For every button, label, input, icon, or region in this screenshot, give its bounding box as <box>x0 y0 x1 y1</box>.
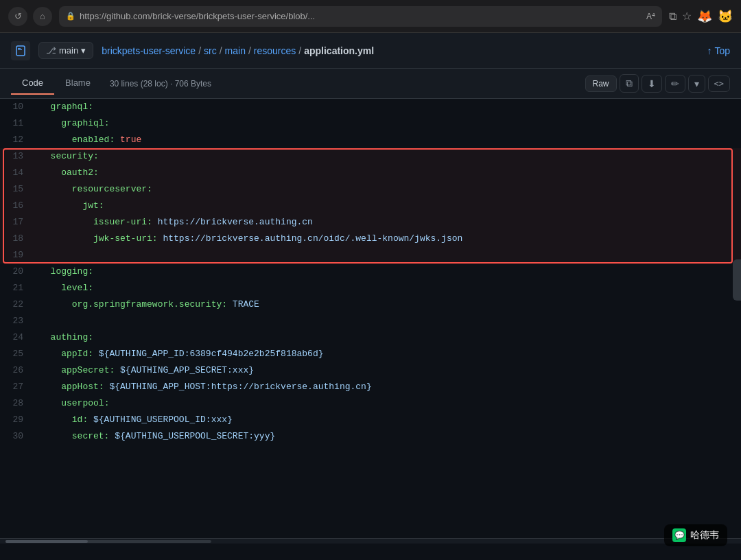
tab-blame[interactable]: Blame <box>54 72 102 95</box>
code-line: 23 <box>0 313 741 329</box>
code-container: 10 graphql:11 graphiql:12 enabled: true1… <box>0 99 741 538</box>
breadcrumb-main[interactable]: main <box>225 45 246 56</box>
breadcrumb-sep4: / <box>298 45 301 56</box>
code-line: 17 issuer-uri: https://brickverse.authin… <box>0 214 741 231</box>
scrollbar-thumb[interactable] <box>5 540 88 543</box>
line-code: appHost: ${AUTHING_APP_HOST:https://bric… <box>34 379 741 395</box>
line-number: 14 <box>0 165 34 181</box>
wechat-icon: 💬 <box>672 528 686 542</box>
line-code: security: <box>34 148 741 165</box>
code-line: 28 userpool: <box>0 395 741 412</box>
code-line: 14 oauth2: <box>0 165 741 181</box>
branch-selector[interactable]: ⎇ main ▾ <box>38 42 93 59</box>
line-number: 27 <box>0 379 34 395</box>
line-number: 10 <box>0 99 34 115</box>
line-code: id: ${AUTHING_USERPOOL_ID:xxx} <box>34 412 741 428</box>
browser-chrome: ↺ ⌂ 🔒 https://github.com/brick-verse/bri… <box>0 0 741 33</box>
reload-button[interactable]: ↺ <box>8 7 27 26</box>
code-line: 11 graphiql: <box>0 115 741 132</box>
browser-controls: ↺ ⌂ <box>8 7 52 26</box>
split-icon[interactable]: ⧉ <box>669 10 677 23</box>
line-code: org.springframework.security: TRACE <box>34 296 741 313</box>
breadcrumb: brickpets-user-service / src / main / re… <box>102 45 698 56</box>
code-line: 19 <box>0 247 741 264</box>
scrollbar-track[interactable] <box>5 540 211 543</box>
embed-icon: <> <box>714 79 724 89</box>
reader-icon: A⁴ <box>646 12 655 21</box>
tab-code[interactable]: Code <box>11 72 54 95</box>
line-code: issuer-uri: https://brickverse.authing.c… <box>34 214 741 231</box>
extension-fox-icon[interactable]: 🦊 <box>697 9 712 24</box>
branch-icon: ⎇ <box>46 45 56 56</box>
line-code: jwt: <box>34 198 741 214</box>
line-number: 23 <box>0 313 34 329</box>
code-line: 30 secret: ${AUTHING_USERPOOL_SECRET:yyy… <box>0 428 741 445</box>
line-code: jwk-set-uri: https://brickverse.authing.… <box>34 231 741 247</box>
code-line: 24 authing: <box>0 329 741 346</box>
code-toolbar: Code Blame 30 lines (28 loc) · 706 Bytes… <box>0 69 741 99</box>
breadcrumb-resources[interactable]: resources <box>254 45 296 56</box>
code-line: 18 jwk-set-uri: https://brickverse.authi… <box>0 231 741 247</box>
repo-icon[interactable] <box>11 41 30 60</box>
line-code: oauth2: <box>34 165 741 181</box>
url-text: https://github.com/brick-verse/brickpets… <box>80 11 315 21</box>
line-number: 22 <box>0 296 34 313</box>
download-icon: ⬇ <box>648 78 656 89</box>
wechat-label: 哈德韦 <box>690 529 719 541</box>
line-number: 25 <box>0 346 34 362</box>
line-code: userpool: <box>34 395 741 412</box>
breadcrumb-src[interactable]: src <box>204 45 217 56</box>
line-code: graphiql: <box>34 115 741 132</box>
edit-icon: ✏ <box>671 78 679 89</box>
download-button[interactable]: ⬇ <box>642 75 662 93</box>
line-number: 26 <box>0 362 34 379</box>
code-line: 16 jwt: <box>0 198 741 214</box>
browser-right-icons: ⧉ ☆ 🦊 🐱 <box>669 9 733 24</box>
extension-cat-icon[interactable]: 🐱 <box>718 9 733 24</box>
home-button[interactable]: ⌂ <box>33 7 52 26</box>
line-number: 29 <box>0 412 34 428</box>
raw-button[interactable]: Raw <box>585 75 617 92</box>
code-line: 10 graphql: <box>0 99 741 115</box>
toolbar-right: Raw ⧉ ⬇ ✏ ▾ <> <box>585 74 730 93</box>
top-link[interactable]: ↑ Top <box>707 45 730 56</box>
copy-button[interactable]: ⧉ <box>620 74 639 93</box>
line-number: 21 <box>0 280 34 296</box>
line-code: resourceserver: <box>34 181 741 198</box>
line-number: 13 <box>0 148 34 165</box>
code-line: 27 appHost: ${AUTHING_APP_HOST:https://b… <box>0 379 741 395</box>
code-line: 29 id: ${AUTHING_USERPOOL_ID:xxx} <box>0 412 741 428</box>
line-code: appSecret: ${AUTHING_APP_SECRET:xxx} <box>34 362 741 379</box>
branch-name: main <box>59 45 78 56</box>
edit-button[interactable]: ✏ <box>665 75 685 93</box>
code-line: 25 appId: ${AUTHING_APP_ID:6389cf494b2e2… <box>0 346 741 362</box>
line-number: 24 <box>0 329 34 346</box>
line-number: 12 <box>0 132 34 148</box>
line-code: level: <box>34 280 741 296</box>
copy-icon: ⧉ <box>626 78 633 89</box>
code-line: 20 logging: <box>0 264 741 280</box>
embed-button[interactable]: <> <box>708 75 730 92</box>
right-scrollbar[interactable] <box>733 259 741 301</box>
line-number: 19 <box>0 247 34 264</box>
scroll-area[interactable] <box>0 538 741 544</box>
breadcrumb-sep1: / <box>198 45 201 56</box>
address-bar[interactable]: 🔒 https://github.com/brick-verse/brickpe… <box>59 6 662 27</box>
line-code: graphql: <box>34 99 741 115</box>
star-icon[interactable]: ☆ <box>682 10 692 23</box>
line-number: 15 <box>0 181 34 198</box>
more-button[interactable]: ▾ <box>688 75 705 93</box>
top-arrow-icon: ↑ <box>707 45 711 56</box>
svg-rect-2 <box>18 49 22 50</box>
raw-label: Raw <box>593 79 609 89</box>
code-line: 12 enabled: true <box>0 132 741 148</box>
more-dropdown-icon: ▾ <box>694 78 699 89</box>
code-line: 22 org.springframework.security: TRACE <box>0 296 741 313</box>
line-number: 28 <box>0 395 34 412</box>
code-line: 26 appSecret: ${AUTHING_APP_SECRET:xxx} <box>0 362 741 379</box>
line-number: 30 <box>0 428 34 445</box>
breadcrumb-sep3: / <box>248 45 251 56</box>
breadcrumb-sep2: / <box>220 45 222 56</box>
code-line: 15 resourceserver: <box>0 181 741 198</box>
breadcrumb-repo[interactable]: brickpets-user-service <box>102 45 196 56</box>
